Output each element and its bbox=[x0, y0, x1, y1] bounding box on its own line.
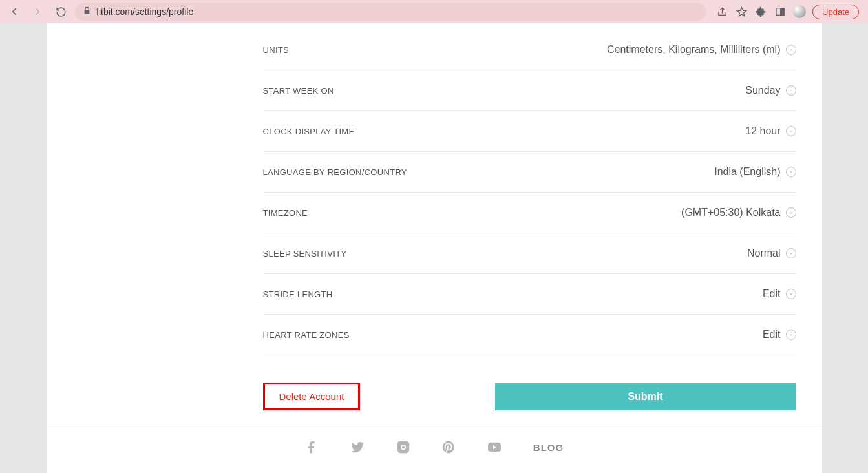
lock-icon bbox=[83, 6, 91, 17]
setting-label: START WEEK ON bbox=[263, 86, 334, 96]
setting-value: India (English) bbox=[714, 166, 780, 178]
setting-row-units[interactable]: UNITS Centimeters, Kilograms, Milliliter… bbox=[263, 30, 796, 70]
chevron-down-icon[interactable] bbox=[786, 289, 796, 299]
svg-rect-2 bbox=[781, 8, 784, 16]
setting-value: Centimeters, Kilograms, Milliliters (ml) bbox=[607, 44, 780, 56]
pinterest-icon[interactable] bbox=[441, 440, 456, 454]
chevron-down-icon[interactable] bbox=[786, 85, 796, 96]
setting-row-timezone[interactable]: TIMEZONE (GMT+05:30) Kolkata bbox=[263, 193, 796, 233]
reload-button[interactable] bbox=[52, 3, 70, 21]
submit-button[interactable]: Submit bbox=[495, 383, 796, 410]
setting-value: Normal bbox=[747, 247, 781, 259]
sidebar bbox=[47, 23, 237, 425]
footer: BLOG bbox=[47, 425, 822, 473]
setting-row-start-week[interactable]: START WEEK ON Sunday bbox=[263, 70, 796, 111]
setting-value-wrap: (GMT+05:30) Kolkata bbox=[681, 207, 796, 218]
setting-value: Sunday bbox=[745, 85, 780, 96]
setting-label: TIMEZONE bbox=[263, 208, 308, 218]
action-row: Delete Account Submit bbox=[263, 355, 796, 425]
setting-value-wrap: Edit bbox=[763, 329, 796, 341]
setting-value: Edit bbox=[763, 288, 781, 300]
chevron-down-icon[interactable] bbox=[786, 45, 796, 55]
setting-value: (GMT+05:30) Kolkata bbox=[681, 207, 780, 218]
setting-value-wrap: Sunday bbox=[745, 85, 796, 96]
setting-row-sleep-sensitivity[interactable]: SLEEP SENSITIVITY Normal bbox=[263, 233, 796, 274]
setting-value-wrap: Normal bbox=[747, 247, 796, 259]
setting-label: HEART RATE ZONES bbox=[263, 330, 350, 340]
delete-account-button[interactable]: Delete Account bbox=[263, 383, 361, 410]
setting-label: UNITS bbox=[263, 45, 290, 55]
page-container: UNITS Centimeters, Kilograms, Milliliter… bbox=[47, 23, 822, 425]
svg-marker-0 bbox=[737, 7, 746, 16]
setting-label: CLOCK DISPLAY TIME bbox=[263, 127, 355, 136]
back-button[interactable] bbox=[5, 3, 23, 21]
browser-toolbar: fitbit.com/settings/profile Update bbox=[0, 0, 868, 23]
setting-label: SLEEP SENSITIVITY bbox=[263, 249, 347, 258]
extensions-icon[interactable] bbox=[754, 5, 767, 18]
setting-value: 12 hour bbox=[745, 125, 780, 137]
twitter-icon[interactable] bbox=[350, 439, 365, 455]
profile-avatar[interactable] bbox=[793, 5, 806, 18]
setting-value-wrap: 12 hour bbox=[745, 125, 796, 137]
toolbar-right: Update bbox=[712, 5, 863, 19]
settings-panel: UNITS Centimeters, Kilograms, Milliliter… bbox=[237, 23, 822, 425]
panel-icon[interactable] bbox=[774, 5, 787, 18]
youtube-icon[interactable] bbox=[487, 439, 502, 455]
chevron-down-icon[interactable] bbox=[786, 167, 796, 177]
setting-label: LANGUAGE BY REGION/COUNTRY bbox=[263, 167, 407, 177]
setting-value-wrap: Edit bbox=[763, 288, 796, 300]
setting-row-stride-length[interactable]: STRIDE LENGTH Edit bbox=[263, 274, 796, 315]
setting-row-clock-display[interactable]: CLOCK DISPLAY TIME 12 hour bbox=[263, 111, 796, 152]
url-text: fitbit.com/settings/profile bbox=[96, 6, 699, 17]
forward-button[interactable] bbox=[28, 3, 47, 21]
chevron-down-icon[interactable] bbox=[786, 207, 796, 218]
instagram-icon[interactable] bbox=[396, 440, 410, 454]
setting-label: STRIDE LENGTH bbox=[263, 289, 333, 299]
address-bar[interactable]: fitbit.com/settings/profile bbox=[75, 3, 706, 21]
chevron-down-icon[interactable] bbox=[786, 126, 796, 136]
chevron-down-icon[interactable] bbox=[786, 248, 796, 258]
setting-value-wrap: Centimeters, Kilograms, Milliliters (ml) bbox=[607, 44, 796, 56]
star-icon[interactable] bbox=[735, 5, 748, 18]
setting-row-heart-rate-zones[interactable]: HEART RATE ZONES Edit bbox=[263, 315, 796, 355]
chevron-down-icon[interactable] bbox=[786, 330, 796, 340]
setting-row-language[interactable]: LANGUAGE BY REGION/COUNTRY India (Englis… bbox=[263, 152, 796, 193]
facebook-icon[interactable] bbox=[304, 440, 319, 454]
setting-value-wrap: India (English) bbox=[714, 166, 796, 178]
setting-value: Edit bbox=[763, 329, 781, 341]
blog-link[interactable]: BLOG bbox=[533, 442, 564, 453]
share-icon[interactable] bbox=[715, 5, 728, 18]
browser-update-button[interactable]: Update bbox=[812, 5, 859, 19]
